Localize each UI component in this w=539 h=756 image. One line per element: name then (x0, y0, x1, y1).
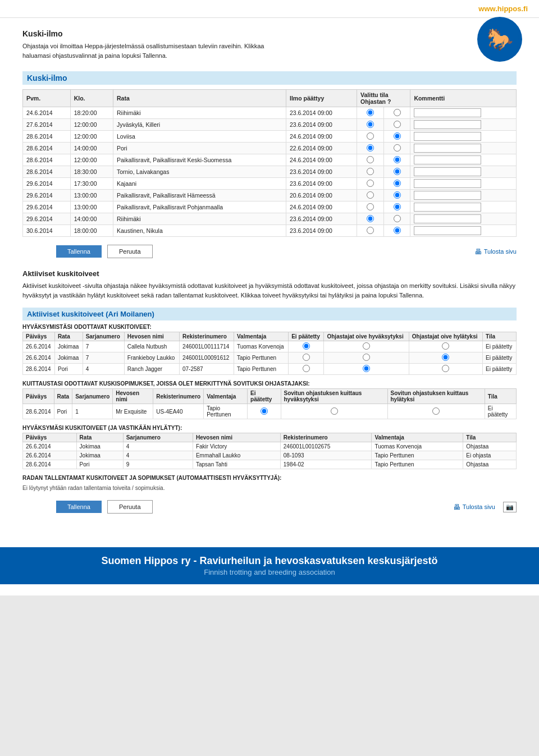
radio-hylatyksi[interactable] (432, 407, 440, 415)
cell-ei-paatetty[interactable] (289, 341, 324, 352)
cell-hylatyksi[interactable] (409, 364, 482, 375)
cell-ei[interactable] (383, 154, 410, 166)
peruuta-button-1[interactable]: Peruuta (107, 245, 153, 258)
cell-ohjastan[interactable] (357, 201, 384, 213)
cell-kommentti[interactable] (410, 107, 517, 119)
radio-ei[interactable] (394, 109, 401, 116)
radio-hyvaksytyksi[interactable] (331, 407, 338, 415)
cell-hylatyksi[interactable] (409, 352, 482, 364)
radio-ohjastan[interactable] (367, 191, 374, 199)
cell-hylatyksi[interactable] (409, 341, 482, 352)
comment-input[interactable] (414, 108, 481, 117)
radio-ei[interactable] (394, 227, 401, 234)
peruuta-button-2[interactable]: Peruuta (107, 500, 153, 514)
radio-ei[interactable] (394, 132, 401, 140)
cell-ei[interactable] (383, 201, 410, 213)
radio-ohjastan[interactable] (367, 156, 374, 163)
radio-ei-paatetty[interactable] (261, 407, 268, 415)
cell-ohjastan[interactable] (357, 154, 384, 166)
comment-input[interactable] (414, 144, 481, 153)
cell-ei-paatetty[interactable] (248, 404, 281, 419)
cell-kommentti[interactable] (410, 166, 517, 178)
print-link-1[interactable]: Tulosta sivu (474, 248, 517, 256)
cell-ei[interactable] (383, 143, 410, 154)
radio-ei[interactable] (394, 144, 401, 152)
cell-ohjastan[interactable] (357, 213, 384, 225)
radio-hyvaksytyksi[interactable] (363, 342, 370, 350)
radio-ohjastan[interactable] (367, 227, 374, 234)
cell-ei[interactable] (383, 131, 410, 143)
cell-ohjastan[interactable] (357, 131, 384, 143)
cell-sarja: 4 (83, 364, 124, 375)
comment-input[interactable] (414, 155, 481, 164)
cell-kommentti[interactable] (410, 225, 517, 237)
cell-ei[interactable] (383, 166, 410, 178)
radio-ei-paatetty[interactable] (303, 354, 310, 361)
radio-hylatyksi[interactable] (442, 354, 449, 361)
cell-hylatyksi[interactable] (387, 404, 485, 419)
cell-kommentti[interactable] (410, 119, 517, 131)
radio-ohjastan[interactable] (367, 180, 374, 187)
radio-ohjastan[interactable] (367, 109, 374, 116)
cell-kommentti[interactable] (410, 131, 517, 143)
cell-ohjastan[interactable] (357, 166, 384, 178)
radio-hyvaksytyksi[interactable] (363, 354, 370, 361)
cell-ohjastan[interactable] (357, 190, 384, 201)
radio-ei-paatetty[interactable] (303, 342, 310, 350)
cell-ohjastan[interactable] (357, 143, 384, 154)
comment-input[interactable] (414, 191, 481, 200)
radio-hyvaksytyksi[interactable] (363, 365, 370, 372)
cell-kommentti[interactable] (410, 143, 517, 154)
cell-kommentti[interactable] (410, 154, 517, 166)
cell-ohjastan[interactable] (357, 178, 384, 190)
tallenna-button-2[interactable]: Tallenna (56, 501, 102, 513)
comment-input[interactable] (414, 179, 481, 188)
radio-ei[interactable] (394, 215, 401, 222)
cell-ei[interactable] (383, 190, 410, 201)
radio-ohjastan[interactable] (367, 203, 374, 210)
cell-ei[interactable] (383, 225, 410, 237)
comment-input[interactable] (414, 203, 481, 212)
cell-ilmo: 24.6.2014 09:00 (286, 131, 357, 143)
comment-input[interactable] (414, 120, 481, 129)
cell-ei[interactable] (383, 178, 410, 190)
comment-input[interactable] (414, 214, 481, 223)
cell-kommentti[interactable] (410, 201, 517, 213)
radio-hylatyksi[interactable] (442, 365, 449, 372)
radio-hylatyksi[interactable] (442, 342, 449, 350)
radio-ohjastan[interactable] (367, 144, 374, 152)
radio-ei[interactable] (394, 180, 401, 187)
cell-ei[interactable] (383, 213, 410, 225)
cell-ei[interactable] (383, 107, 410, 119)
cell-hyvaksytyksi[interactable] (324, 341, 409, 352)
cell-hyvaksytyksi[interactable] (281, 404, 387, 419)
radio-ei[interactable] (394, 156, 401, 163)
radio-ohjastan[interactable] (367, 168, 374, 175)
cell-hyvaksytyksi[interactable] (324, 364, 409, 375)
radio-ei[interactable] (394, 203, 401, 210)
radio-ohjastan[interactable] (367, 121, 374, 128)
cell-hyvaksytyksi[interactable] (324, 352, 409, 364)
radio-ei[interactable] (394, 121, 401, 128)
camera-icon[interactable]: 📷 (503, 502, 517, 512)
cell-kommentti[interactable] (410, 190, 517, 201)
radio-ei-paatetty[interactable] (303, 365, 310, 372)
print-link-2[interactable]: Tulosta sivu (453, 503, 495, 511)
cell-ei[interactable] (383, 119, 410, 131)
radio-ohjastan[interactable] (367, 132, 374, 140)
cell-ohjastan[interactable] (357, 107, 384, 119)
comment-input[interactable] (414, 167, 481, 176)
cell-sarja: 7 (83, 341, 124, 352)
cell-ei-paatetty[interactable] (289, 352, 324, 364)
radio-ei[interactable] (394, 168, 401, 175)
radio-ei[interactable] (394, 191, 401, 199)
cell-ohjastan[interactable] (357, 225, 384, 237)
cell-ei-paatetty[interactable] (289, 364, 324, 375)
tallenna-button-1[interactable]: Tallenna (56, 245, 102, 258)
cell-kommentti[interactable] (410, 213, 517, 225)
cell-kommentti[interactable] (410, 178, 517, 190)
radio-ohjastan[interactable] (367, 215, 374, 222)
comment-input[interactable] (414, 226, 481, 235)
comment-input[interactable] (414, 132, 481, 141)
cell-ohjastan[interactable] (357, 119, 384, 131)
